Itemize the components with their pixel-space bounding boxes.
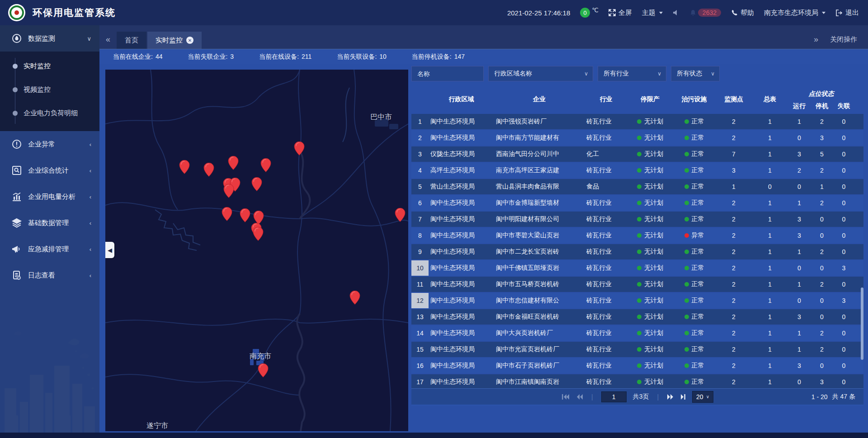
industry-select[interactable]: 所有行业 ∨ [598, 66, 666, 81]
page-size-select[interactable]: 20 ∨ [692, 391, 713, 403]
cell-monitor-points: 2 [716, 216, 752, 223]
cell-industry: 砖瓦行业 [585, 248, 627, 256]
row-index: 10 [411, 260, 429, 276]
tabs-scroll-left-icon[interactable]: « [99, 35, 117, 49]
cell-pollution-facility: 正常 [673, 297, 716, 305]
map-pin[interactable] [203, 162, 214, 177]
sidebar-item-4[interactable]: 基础数据管理‹ [0, 210, 99, 236]
prev-page-button[interactable] [576, 394, 583, 400]
table-row[interactable]: 4高坪生态环境局南充市高坪区王家店建砖瓦行业无计划正常31220 [411, 163, 863, 178]
map-pin[interactable] [251, 177, 262, 191]
status-dot-green [684, 380, 689, 384]
sidebar-item-5[interactable]: 应急减排管理‹ [0, 236, 99, 262]
region-select[interactable]: 行政区域名称 ∨ [488, 66, 593, 81]
sidebar-subitem-视频监控[interactable]: 视频监控 [0, 78, 99, 101]
cell-region: 阆中生态环境局 [429, 134, 494, 142]
sidebar-item-label: 基础数据管理 [28, 219, 90, 227]
map-pin[interactable] [222, 207, 232, 221]
status-text: 正常 [692, 118, 704, 126]
map-pin[interactable] [258, 363, 269, 377]
status-select[interactable]: 所有状态 ∨ [671, 66, 720, 81]
map-panel[interactable]: 巴中市南充市遂宁市 ◀ [105, 70, 408, 431]
status-dot-green [637, 184, 642, 189]
cell-running: 3 [788, 313, 811, 320]
status-text: 无计划 [644, 150, 663, 158]
cell-total-meters: 1 [752, 362, 788, 369]
map-pin[interactable] [223, 184, 234, 198]
tab-首页[interactable]: 首页 [117, 32, 146, 49]
sidebar-item-3[interactable]: 企业用电量分析‹ [0, 184, 99, 210]
table-row[interactable]: 2阆中生态环境局阆中市南方节能建材有砖瓦行业无计划正常21030 [411, 130, 863, 146]
table-row[interactable]: 8阆中生态环境局阆中市枣碧大梁山页岩砖瓦行业无计划异常21300 [411, 228, 863, 243]
sidebar-menu: 数据监测∨实时监控视频监控企业电力负荷明细企业异常‹企业综合统计‹企业用电量分析… [0, 25, 99, 288]
map-pin[interactable] [253, 226, 264, 241]
page-footer-strip [0, 433, 868, 438]
table-row[interactable]: 3仪陇生态环境局西南油气田分公司川中化工无计划正常71350 [411, 146, 863, 162]
map-pin[interactable] [179, 160, 190, 174]
table-row[interactable]: 10阆中生态环境局阆中千佛镇五郎垭页岩砖瓦行业无计划正常21003 [411, 260, 863, 276]
next-page-button[interactable] [667, 394, 674, 400]
cell-offline: 0 [833, 330, 854, 337]
map-pin[interactable] [228, 155, 239, 170]
map-pin[interactable] [349, 290, 360, 305]
notification-widget[interactable]: 2632 [690, 9, 721, 17]
sidebar-item-2[interactable]: 企业综合统计‹ [0, 157, 99, 184]
table-row[interactable]: 14阆中生态环境局阆中大兴页岩机砖厂砖瓦行业无计划正常21120 [411, 325, 863, 341]
cell-running: 0 [788, 183, 811, 190]
cell-stopped: 2 [811, 281, 833, 288]
last-page-button[interactable] [680, 394, 686, 400]
sidebar-subitem-企业电力负荷明细[interactable]: 企业电力负荷明细 [0, 101, 99, 125]
table-row[interactable]: 5营山生态环境局营山县润丰肉食品有限食品无计划正常10010 [411, 179, 863, 194]
map-collapse-button[interactable]: ◀ [105, 242, 114, 258]
cell-industry: 砖瓦行业 [585, 329, 627, 337]
fullscreen-icon [609, 9, 616, 16]
sidebar-item-6[interactable]: 日志查看‹ [0, 262, 99, 288]
table-row[interactable]: 15阆中生态环境局阆中市光富页岩机砖厂砖瓦行业无计划正常21120 [411, 342, 863, 357]
name-search-input[interactable] [411, 66, 484, 81]
tabs-scroll-right-icon[interactable]: » [814, 35, 818, 44]
status-text: 无计划 [644, 199, 663, 207]
cell-production-limit: 无计划 [627, 264, 673, 272]
table-row[interactable]: 1阆中生态环境局阆中强锐页岩砖厂砖瓦行业无计划正常21120 [411, 114, 863, 129]
cell-total-meters: 1 [752, 346, 788, 353]
column-header-行政区域: 行政区域 [429, 95, 494, 104]
table-header: 行政区域企业行业停限产治污设施监测点总表点位状态运行停机失联 [411, 85, 863, 114]
map-pin[interactable] [240, 208, 250, 222]
map-pin[interactable] [260, 158, 271, 172]
table-row[interactable]: 13阆中生态环境局阆中市金福旺页岩机砖砖瓦行业无计划正常21300 [411, 309, 863, 325]
fullscreen-button[interactable]: 全屏 [609, 9, 632, 17]
stats-icon [12, 165, 22, 175]
close-operations-button[interactable]: 关闭操作 [830, 35, 857, 44]
table-row[interactable]: 9阆中生态环境局阆中市二龙长宝页岩砖砖瓦行业无计划正常21120 [411, 244, 863, 259]
sidebar-item-1[interactable]: 企业异常‹ [0, 131, 99, 157]
chart-icon [12, 192, 22, 202]
cell-company: 阆中市金博瑞新型墙材 [494, 199, 585, 207]
cell-total-meters: 1 [752, 118, 788, 125]
table-row[interactable]: 17阆中生态环境局阆中市江南镇阆南页岩砖瓦行业无计划正常21030 [411, 374, 863, 390]
tab-close-icon[interactable]: ✕ [186, 37, 193, 44]
table-scrollbar[interactable] [861, 287, 863, 360]
user-org-dropdown[interactable]: 南充市生态环境局 [764, 9, 826, 17]
mute-button[interactable] [673, 9, 680, 16]
tab-实时监控[interactable]: 实时监控✕ [147, 32, 202, 49]
cell-production-limit: 无计划 [627, 280, 673, 288]
table-row[interactable]: 12阆中生态环境局阆中市忠信建材有限公砖瓦行业无计划正常21003 [411, 293, 863, 308]
page-number-input[interactable] [601, 391, 627, 402]
map-pin[interactable] [294, 141, 305, 155]
table-row[interactable]: 16阆中生态环境局阆中市石子页岩机砖厂砖瓦行业无计划正常21300 [411, 358, 863, 373]
sidebar-subitem-实时监控[interactable]: 实时监控 [0, 54, 99, 78]
table-row[interactable]: 7阆中生态环境局阆中明阳建材有限公司砖瓦行业无计划正常21300 [411, 212, 863, 227]
cell-industry: 化工 [585, 150, 627, 158]
cell-running: 1 [788, 199, 811, 207]
map-pin[interactable] [395, 207, 406, 222]
cell-stopped: 2 [811, 346, 833, 353]
sidebar-item-0[interactable]: 数据监测∨ [0, 25, 99, 52]
first-page-button[interactable] [561, 394, 570, 400]
table-row[interactable]: 11阆中生态环境局阆中市五马桥页岩机砖砖瓦行业无计划正常21120 [411, 277, 863, 292]
cell-monitor-points: 2 [716, 118, 752, 125]
logout-button[interactable]: 退出 [835, 9, 859, 17]
chevron-left-icon: ‹ [90, 193, 91, 200]
theme-dropdown[interactable]: 主题 [642, 9, 663, 17]
table-row[interactable]: 6阆中生态环境局阆中市金博瑞新型墙材砖瓦行业无计划正常21120 [411, 195, 863, 211]
help-button[interactable]: 帮助 [731, 9, 754, 17]
